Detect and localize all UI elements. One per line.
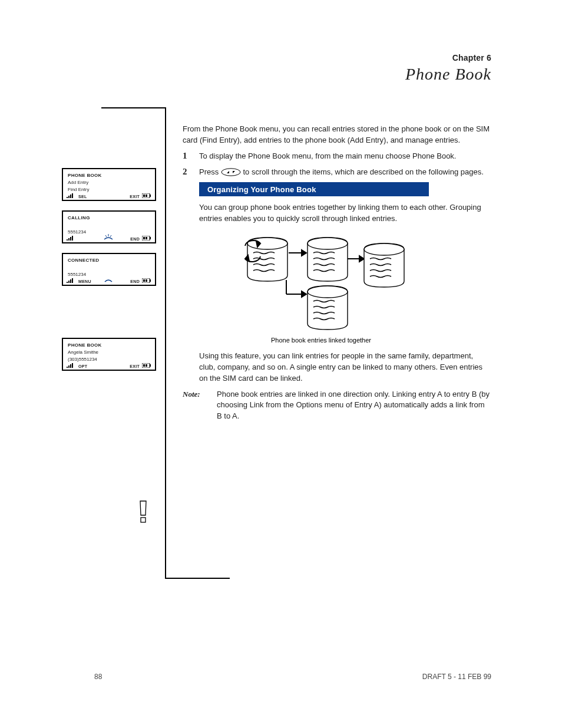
svg-marker-43 (302, 291, 306, 297)
svg-point-48 (364, 243, 404, 255)
phone-screen-illustrations: PHONE BOOK Add Entry Find Entry SELEXIT … (62, 168, 156, 380)
chapter-header: Chapter 6 Phone Book (405, 53, 491, 84)
up-down-key-icon (221, 168, 241, 176)
document-page: Chapter 6 Phone Book PHONE BOOK Add Entr… (0, 0, 562, 728)
svg-marker-40 (359, 256, 364, 262)
linked-entries-diagram: Phone book entries linked together (230, 229, 412, 347)
note-text: Phone book entries are linked in one dir… (217, 389, 490, 423)
section-para-2: Using this feature, you can link entries… (199, 351, 490, 384)
margin-bracket (165, 107, 166, 579)
phone-screen-4: PHONE BOOK Angela Smithe (303)5551234 OP… (62, 338, 156, 371)
svg-point-44 (247, 238, 287, 249)
section-banner: Organizing Your Phone Book (199, 182, 429, 196)
phone-screen-2: CALLING 5551234 END (62, 210, 156, 243)
svg-point-47 (308, 238, 348, 249)
exclamation-icon (135, 500, 151, 523)
svg-rect-35 (141, 518, 146, 522)
step-2: 2 Press to scroll through the items, whi… (183, 167, 490, 178)
draft-stamp: DRAFT 5 - 11 FEB 99 (422, 673, 491, 681)
phone-screen-3: CONNECTED 5551234 MENUEND (62, 253, 156, 286)
phone-screen-1: PHONE BOOK Add Entry Find Entry SELEXIT (62, 168, 156, 201)
chapter-title: Phone Book (405, 65, 491, 84)
svg-point-36 (222, 169, 240, 176)
svg-point-49 (308, 286, 348, 298)
page-footer: 88 DRAFT 5 - 11 FEB 99 (0, 673, 562, 681)
intro-paragraph: From the Phone Book menu, you can recall… (183, 124, 490, 146)
step-1: 1 To display the Phone Book menu, from t… (183, 151, 490, 162)
chapter-label: Chapter 6 (405, 53, 491, 62)
main-content: From the Phone Book menu, you can recall… (183, 124, 490, 422)
svg-marker-38 (302, 250, 306, 256)
page-number: 88 (94, 673, 102, 681)
note-block: Note: Phone book entries are linked in o… (183, 389, 490, 423)
diagram-caption: Phone book entries linked together (271, 337, 371, 344)
note-label: Note: (183, 389, 210, 423)
section-para-1: You can group phone book entries togethe… (199, 202, 490, 225)
